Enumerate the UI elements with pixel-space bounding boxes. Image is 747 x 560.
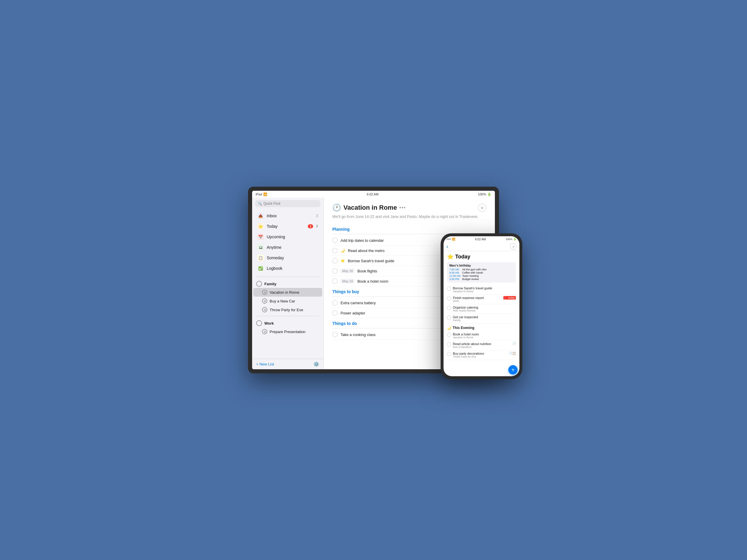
buy-car-icon: ◑ [262, 298, 267, 303]
iphone-checkbox-it4[interactable] [447, 316, 451, 320]
task-date-t5: May 19 [340, 279, 355, 284]
someday-label: Someday [267, 256, 318, 260]
task-star-icon: ⭐ [340, 259, 345, 263]
cal-time-3: 11:00 AM [449, 274, 461, 277]
calendar-event-title: Marc's birthday [449, 264, 514, 267]
iphone-page-title: ⭐ Today [447, 254, 516, 260]
iphone-device: ••••• 📶 6:02 AM 100% 🔋 ‹ ∨ [441, 233, 522, 379]
task-checkbox-t8[interactable] [332, 332, 338, 337]
moon-icon: 🌙 [447, 326, 451, 330]
iphone-wifi-icon: 📶 [452, 238, 455, 241]
add-icon: + [511, 367, 515, 373]
more-options-dots[interactable]: ••• [399, 205, 406, 210]
sidebar-footer: + New List ⚙️ [252, 359, 323, 369]
project-icon: 🕐 [332, 204, 341, 212]
today-badge-it2: 🚩 today [504, 296, 516, 299]
new-list-button[interactable]: + New List [256, 362, 274, 366]
iphone-task-label-it2: Finish expense report [453, 296, 501, 299]
wifi-icon: 📶 [263, 192, 267, 196]
sidebar-item-anytime[interactable]: 🗂 Anytime [253, 242, 322, 252]
ipad-statusbar: iPad 📶 6:02 AM 100% 🔋 [252, 191, 495, 198]
work-section-icon [256, 320, 262, 326]
cal-name-2: Coffee with Sarah [462, 271, 483, 274]
iphone-task-info-it4: Get car inspected Family [453, 315, 516, 322]
iphone-collapse-button[interactable]: ∨ [510, 243, 516, 250]
iphone-task-sub-it1: Vacation in Rome [453, 290, 516, 293]
iphone-task-label-ie1: Book a hotel room [453, 332, 516, 336]
iphone-checkbox-it3[interactable] [447, 306, 451, 310]
iphone-statusbar: ••••• 📶 6:02 AM 100% 🔋 [443, 236, 519, 242]
iphone-battery: 100% [506, 238, 512, 241]
iphone-task-info-it1: Borrow Sarah's travel guide Vacation in … [453, 287, 516, 293]
iphone-task-label-ie2: Read article about nutrition [453, 342, 511, 346]
ipad-label: iPad [256, 192, 262, 196]
family-section-icon [256, 281, 262, 287]
sidebar-item-logbook[interactable]: ✅ Logbook [253, 263, 322, 273]
task-moon-icon: 🌙 [340, 248, 345, 252]
sidebar-item-today[interactable]: ⭐ Today 1 8 [253, 221, 322, 232]
buy-car-label: Buy a New Car [269, 299, 295, 303]
task-checkbox-t6[interactable] [332, 300, 338, 305]
logbook-icon: ✅ [257, 265, 264, 271]
cal-event-2: 8:30 AM Coffee with Sarah [449, 271, 514, 274]
task-checkbox-t3[interactable] [332, 258, 338, 263]
iphone-checkbox-ie2[interactable] [447, 342, 451, 347]
upcoming-label: Upcoming [267, 235, 318, 239]
cal-name-1: Hit the gym with Alex [462, 268, 487, 271]
iphone-task-label-it4: Get car inspected [453, 315, 516, 319]
iphone-checkbox-it2[interactable] [447, 296, 451, 300]
sidebar-item-inbox[interactable]: 📥 Inbox 2 [253, 211, 322, 221]
sidebar-item-someday[interactable]: 📋 Someday [253, 252, 322, 263]
work-label: Work [264, 321, 274, 325]
cal-event-3: 11:00 AM Team meeting [449, 274, 514, 277]
sidebar-item-upcoming[interactable]: 📅 Upcoming [253, 232, 322, 242]
iphone-checkbox-it1[interactable] [447, 287, 451, 291]
task-checkbox-t2[interactable] [332, 248, 338, 253]
sidebar-item-buy-car[interactable]: ◑ Buy a New Car [253, 297, 322, 305]
iphone-task-borrow-guide: Borrow Sarah's travel guide Vacation in … [447, 285, 516, 295]
work-section-header: Work [252, 318, 323, 327]
today-icon: ⭐ [257, 223, 264, 230]
search-bar[interactable]: 🔍 [255, 200, 320, 207]
iphone-task-sub-ie2: Run a Marathon [453, 346, 511, 349]
iphone-task-buy-decorations: Buy party decorations Throw Party for Ev… [447, 350, 516, 360]
vacation-rome-label: Vacation in Rome [269, 290, 300, 295]
flag-icon: 🚩 [505, 296, 508, 299]
sidebar-nav: 📥 Inbox 2 ⭐ Today 1 8 � [252, 209, 323, 275]
sidebar-item-vacation-rome[interactable]: ◑ Vacation in Rome [253, 288, 322, 297]
sidebar-item-throw-party[interactable]: ◑ Throw Party for Eve [253, 305, 322, 314]
sidebar-divider-2 [256, 316, 319, 316]
iphone-screen: ••••• 📶 6:02 AM 100% 🔋 ‹ ∨ [443, 236, 519, 376]
settings-icon[interactable]: ⚙️ [313, 362, 319, 367]
cal-time-4: 3:30 PM [449, 278, 461, 281]
collapse-button[interactable]: ∨ [478, 204, 486, 212]
iphone-task-car-inspected: Get car inspected Family [447, 314, 516, 323]
task-checkbox-t4[interactable] [332, 268, 338, 273]
prepare-presentation-label: Prepare Presentation [269, 329, 306, 334]
iphone-task-label-ie3: Buy party decorations [453, 352, 507, 355]
search-input[interactable] [263, 202, 317, 206]
iphone-task-expense-report: Finish expense report Work 🚩 today [447, 295, 516, 304]
iphone-back-button[interactable]: ‹ [446, 243, 448, 250]
task-checkbox-t7[interactable] [332, 310, 338, 316]
today-badge: 1 [308, 224, 313, 229]
cal-name-4: Budget review [462, 278, 479, 281]
project-title: Vacation in Rome [343, 204, 397, 211]
iphone-signal: ••••• [446, 238, 451, 241]
logbook-label: Logbook [267, 266, 318, 271]
iphone-task-sub-it4: Family [453, 319, 516, 322]
iphone-task-info-it2: Finish expense report Work [453, 296, 501, 302]
iphone-navbar: ‹ ∨ [443, 242, 519, 251]
evening-label: This Evening [453, 326, 474, 330]
inbox-icon: 📥 [257, 213, 264, 219]
today-label: Today [267, 224, 305, 229]
iphone-checkbox-ie3[interactable] [447, 352, 451, 356]
task-checkbox-t5[interactable] [332, 278, 338, 284]
battery-label: 100% [478, 192, 486, 196]
project-description: We'll go from June 14-22 and visit Jane … [332, 214, 486, 219]
sidebar-item-prepare-presentation[interactable]: ◑ Prepare Presentation [253, 327, 322, 336]
iphone-checkbox-ie1[interactable] [447, 333, 451, 337]
add-task-fab[interactable]: + [508, 365, 518, 374]
main-header: 🕐 Vacation in Rome ••• ∨ [332, 204, 486, 212]
task-checkbox-t1[interactable] [332, 238, 338, 243]
